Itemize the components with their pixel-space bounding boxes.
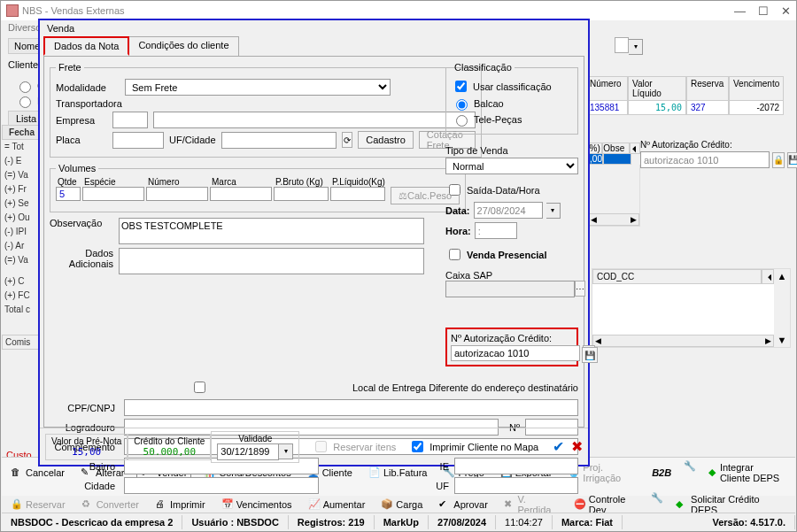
grid-numero[interactable]: 135881 <box>585 101 628 115</box>
trash-icon <box>11 466 23 479</box>
codcc-grid: COD_CC ⏴ ◀▶ ▲ ▼ <box>592 268 791 348</box>
classificacao-fieldset: Classificação Usar classificação Balcao … <box>445 62 578 135</box>
chevron-down-icon[interactable]: ▾ <box>279 443 293 459</box>
ufcidade-input[interactable] <box>221 132 337 149</box>
notas-grid: Número Valor Líquido Reserva Vencimento … <box>585 76 791 115</box>
especie-input[interactable] <box>82 187 144 201</box>
pbruto-input[interactable] <box>274 187 329 201</box>
reserve-icon <box>11 498 23 511</box>
tipo-venda-select[interactable]: Normal <box>445 158 578 174</box>
window-title: NBS - Vendas Externas <box>22 5 125 16</box>
toolbar-b2b[interactable]: B2B <box>633 460 675 485</box>
close-button[interactable]: ✕ <box>781 4 791 18</box>
combo-hint[interactable]: ▾ <box>615 37 643 55</box>
imprimir-cliente-mapa-check[interactable]: Imprimir Cliente no Mapa <box>408 438 538 455</box>
cpf-input[interactable] <box>124 399 578 416</box>
tab-dados-nota[interactable]: Dados da Nota <box>43 36 129 56</box>
refresh-icon[interactable]: ⟳ <box>342 132 353 148</box>
auth-credit-highlight: Nº Autorização Crédito: 🔒 💾 <box>445 328 578 366</box>
convert-icon <box>81 498 94 511</box>
volumes-fieldset: Volumes Qtde Espécie Número Marca P.Brut… <box>50 163 466 212</box>
lock-icon[interactable]: 🔒 <box>772 152 785 168</box>
solic-icon <box>676 498 688 511</box>
uf-input[interactable] <box>454 477 578 494</box>
hora-input[interactable] <box>475 222 517 239</box>
tab-condicoes[interactable]: Condições do cliente <box>128 36 238 56</box>
modal-title: Venda <box>40 20 588 36</box>
data-input[interactable] <box>474 202 543 219</box>
empresa-name-input[interactable] <box>153 112 476 128</box>
marca-input[interactable] <box>210 187 272 201</box>
save-auth-icon[interactable]: 💾 <box>582 347 598 363</box>
save-auth-icon[interactable]: 💾 <box>787 152 797 168</box>
lost-icon <box>504 498 515 511</box>
toolbar-integrar-cliente-deps[interactable]: Integrar Cliente DEPS <box>705 460 790 485</box>
auth-credit-right-input[interactable] <box>640 151 770 168</box>
local-entrega-check[interactable]: Local de Entrega Diferente do endereço d… <box>50 379 578 396</box>
calendar-icon[interactable]: ▾ <box>546 203 561 219</box>
venda-modal: Venda Dados da Nota Condições do cliente… <box>38 19 590 466</box>
cargo-icon <box>381 498 393 511</box>
frete-fieldset: Frete Modalidade Sem Frete Transportador… <box>50 62 482 158</box>
scroll-down-icon[interactable]: ▼ <box>778 335 787 345</box>
minimize-button[interactable]: — <box>734 4 746 18</box>
modal-footer: Valor da Pré-Nota 15,00 Crédito do Clien… <box>40 428 588 465</box>
cidade-input[interactable] <box>124 477 319 494</box>
b2b-icon <box>637 466 649 479</box>
status-bar: NBSDOC - Descricao da empresa 2 Usuário … <box>2 513 795 530</box>
up-icon <box>308 498 321 511</box>
observacao-textarea[interactable] <box>119 218 424 244</box>
reservar-itens-check: Reservar itens <box>312 438 396 455</box>
totals-sidebar: Fecha = Tot (-) E (=) Va (+) Fr (+) Se (… <box>2 125 42 451</box>
pliquido-input[interactable] <box>330 187 385 201</box>
venda-presencial-check[interactable]: Venda Presencial <box>445 246 578 263</box>
dev-icon <box>574 498 586 511</box>
print-icon <box>155 498 167 511</box>
validade-input[interactable] <box>217 443 279 460</box>
main-titlebar: NBS - Vendas Externas — ☐ ✕ <box>1 1 796 20</box>
qtde-input[interactable] <box>56 187 81 201</box>
valor-prenota: 15,00 <box>72 446 101 458</box>
cancel-icon[interactable]: ✖ <box>571 438 583 455</box>
caixa-sap-browse-icon[interactable]: ⋯ <box>575 281 585 297</box>
auth-credit-right: Nº Autorização Crédito: 🔒 💾 <box>640 138 791 168</box>
modalidade-select[interactable]: Sem Frete <box>125 79 391 96</box>
dados-adicionais-textarea[interactable] <box>119 248 424 274</box>
credito-cliente: 50.000,00 <box>143 446 197 458</box>
approve-icon <box>438 498 451 511</box>
saida-data-hora-check[interactable]: Saída-Data/Hora <box>445 181 578 198</box>
usar-classificacao-check[interactable]: Usar classificação <box>452 78 572 95</box>
tool-group-icon: 🔧 <box>684 460 696 485</box>
caixa-sap-input[interactable] <box>445 281 575 297</box>
integ-icon <box>708 466 717 479</box>
scroll-up-icon[interactable]: ▲ <box>778 271 787 281</box>
radio-telepecas[interactable]: Tele-Peças <box>452 112 572 127</box>
empresa-code-input[interactable] <box>112 112 148 128</box>
placa-input[interactable] <box>112 132 164 149</box>
venc-icon <box>221 498 234 511</box>
maximize-button[interactable]: ☐ <box>758 4 769 18</box>
numero-vol-input[interactable] <box>146 187 208 201</box>
radio-balcao[interactable]: Balcao <box>452 96 572 111</box>
app-icon <box>6 4 19 17</box>
cadastro-button[interactable]: Cadastro <box>358 131 414 149</box>
auth-credit-input[interactable] <box>451 345 580 361</box>
confirm-icon[interactable]: ✔ <box>553 438 564 455</box>
